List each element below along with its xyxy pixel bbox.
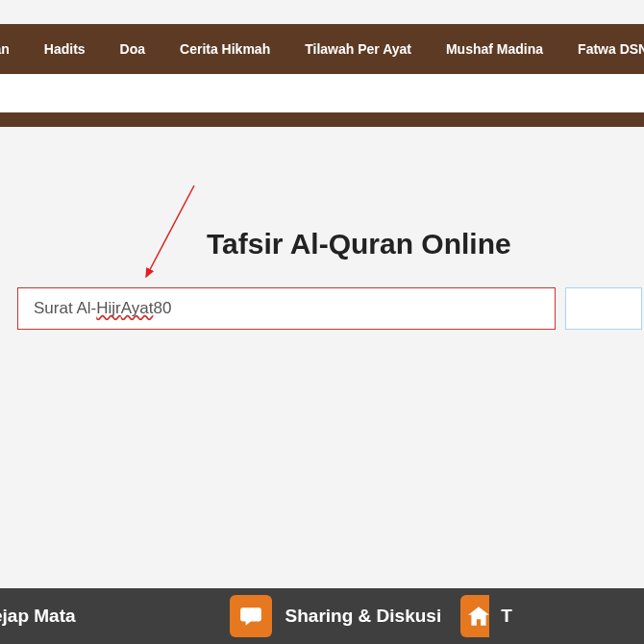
- main-content: Tafsir Al-Quran Online Surat Al-Hijr Aya…: [0, 127, 644, 588]
- search-row: Surat Al-Hijr Ayat 80: [17, 287, 644, 330]
- footer-item-2-label: Sharing & Diskusi: [285, 606, 442, 627]
- nav-item-mushaf-madina[interactable]: Mushaf Madina: [429, 41, 560, 57]
- footer: ejap Mata Sharing & Diskusi T: [0, 588, 644, 644]
- white-band: [0, 74, 644, 112]
- nav-item-fatwa-dsn[interactable]: Fatwa DSN: [560, 41, 644, 57]
- nav-item-tilawah-per-ayat[interactable]: Tilawah Per Ayat: [287, 41, 429, 57]
- nav-item-hadits[interactable]: Hadits: [27, 41, 103, 57]
- footer-item-3[interactable]: T: [501, 606, 512, 627]
- footer-item-1-label: ejap Mata: [0, 606, 76, 627]
- footer-item-2[interactable]: Sharing & Diskusi: [230, 595, 442, 637]
- search-text-suffix: 80: [153, 299, 171, 318]
- svg-line-0: [146, 186, 194, 277]
- nav-bar: ran Hadits Doa Cerita Hikmah Tilawah Per…: [0, 24, 644, 74]
- footer-item-1[interactable]: ejap Mata: [0, 606, 76, 627]
- partial-icon: [460, 595, 489, 637]
- nav-item-cerita-hikmah[interactable]: Cerita Hikmah: [162, 41, 287, 57]
- search-text-spell2: Ayat: [121, 299, 154, 318]
- arrow-annotation-icon: [135, 181, 211, 286]
- search-input[interactable]: Surat Al-Hijr Ayat 80: [17, 287, 556, 330]
- chat-icon: [230, 595, 272, 637]
- search-text-prefix: Surat Al-: [34, 299, 96, 318]
- search-text-spell1: Hijr: [96, 299, 121, 318]
- brown-band: [0, 112, 644, 127]
- top-bar: [0, 0, 644, 24]
- nav-item-ran[interactable]: ran: [0, 41, 27, 57]
- search-button[interactable]: [565, 287, 642, 330]
- footer-item-3-label: T: [501, 606, 512, 627]
- nav-item-doa[interactable]: Doa: [103, 41, 162, 57]
- page-title: Tafsir Al-Quran Online: [207, 228, 644, 260]
